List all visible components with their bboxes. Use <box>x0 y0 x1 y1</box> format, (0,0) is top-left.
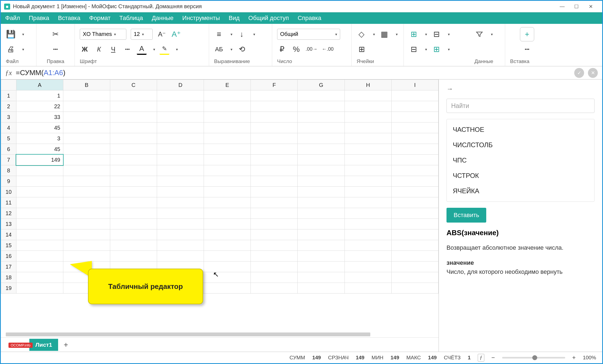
cell-D2[interactable] <box>157 101 204 112</box>
menu-format[interactable]: Формат <box>89 15 110 22</box>
highlight-button[interactable]: ✎ <box>160 44 169 55</box>
cell-A3[interactable]: 33 <box>16 112 63 123</box>
cell-G12[interactable] <box>298 208 345 219</box>
cell-H8[interactable] <box>345 165 391 176</box>
cell-I1[interactable] <box>391 90 438 101</box>
row-header-11[interactable]: 11 <box>1 197 16 208</box>
function-item[interactable]: ЧАСТНОЕ <box>447 122 594 137</box>
filter-button[interactable] <box>474 29 484 40</box>
cell-E9[interactable] <box>204 176 251 187</box>
col-header-E[interactable]: E <box>204 80 251 90</box>
currency-button[interactable]: ₽ <box>277 44 287 55</box>
cell-C10[interactable] <box>110 187 157 197</box>
more-insert-button[interactable]: ••• <box>522 44 532 55</box>
cell-E2[interactable] <box>204 101 251 112</box>
cell-G1[interactable] <box>298 90 345 101</box>
row-header-7[interactable]: 7 <box>1 155 16 165</box>
row-header-6[interactable]: 6 <box>1 144 16 155</box>
row-header-2[interactable]: 2 <box>1 101 16 112</box>
cell-I14[interactable] <box>391 229 438 240</box>
cell-E6[interactable] <box>204 144 251 155</box>
cell-G9[interactable] <box>298 176 345 187</box>
cell-D6[interactable] <box>157 144 204 155</box>
cell-B9[interactable] <box>63 176 110 187</box>
cell-D12[interactable] <box>157 208 204 219</box>
cell-H4[interactable] <box>345 123 391 133</box>
cell-I12[interactable] <box>391 208 438 219</box>
cell-B13[interactable] <box>63 219 110 229</box>
chevron-down-icon[interactable]: ▾ <box>22 32 24 36</box>
dec-increase-button[interactable]: ←.00 <box>322 44 334 55</box>
cell-B7[interactable] <box>63 155 110 165</box>
menu-view[interactable]: Вид <box>229 15 240 22</box>
cell-A6[interactable]: 45 <box>16 144 63 155</box>
function-item[interactable]: ЯЧЕЙКА <box>447 183 594 199</box>
cell-A2[interactable]: 22 <box>16 101 63 112</box>
cell-H2[interactable] <box>345 101 391 112</box>
cell-F17[interactable] <box>251 261 298 272</box>
cell-B10[interactable] <box>63 187 110 197</box>
cell-B3[interactable] <box>63 112 110 123</box>
cell-F13[interactable] <box>251 219 298 229</box>
cell-H6[interactable] <box>345 144 391 155</box>
row-header-3[interactable]: 3 <box>1 112 16 123</box>
italic-button[interactable]: К <box>94 44 104 55</box>
fx-badge[interactable]: ƒ <box>478 354 484 362</box>
cell-I15[interactable] <box>391 240 438 251</box>
cell-E17[interactable] <box>204 261 251 272</box>
cell-D9[interactable] <box>157 176 204 187</box>
cell-A14[interactable] <box>16 229 63 240</box>
cell-F15[interactable] <box>251 240 298 251</box>
cell-C4[interactable] <box>110 123 157 133</box>
formula-accept-button[interactable]: ✓ <box>574 68 584 78</box>
print-button[interactable]: 🖨 <box>6 44 16 55</box>
cell-E14[interactable] <box>204 229 251 240</box>
menu-help[interactable]: Справка <box>298 15 321 22</box>
cell-F12[interactable] <box>251 208 298 219</box>
underline-button[interactable]: Ч <box>108 44 118 55</box>
cell-F4[interactable] <box>251 123 298 133</box>
cell-H9[interactable] <box>345 176 391 187</box>
zoom-out-button[interactable]: − <box>491 354 495 361</box>
cell-C2[interactable] <box>110 101 157 112</box>
cell-E1[interactable] <box>204 90 251 101</box>
rotate-button[interactable]: ⟲ <box>237 44 247 55</box>
cell-I10[interactable] <box>391 187 438 197</box>
cell-I5[interactable] <box>391 133 438 144</box>
cell-E16[interactable] <box>204 251 251 261</box>
dec-decrease-button[interactable]: .00→ <box>306 44 317 55</box>
cell-F8[interactable] <box>251 165 298 176</box>
cell-A11[interactable] <box>16 197 63 208</box>
cell-I2[interactable] <box>391 101 438 112</box>
col-header-B[interactable]: B <box>63 80 110 90</box>
cell-B15[interactable] <box>63 240 110 251</box>
cell-E4[interactable] <box>204 123 251 133</box>
cell-F9[interactable] <box>251 176 298 187</box>
cell-A15[interactable] <box>16 240 63 251</box>
collapse-panel-button[interactable]: → <box>446 85 595 93</box>
cell-G14[interactable] <box>298 229 345 240</box>
spreadsheet-grid[interactable]: ABCDEFGHI1122233344553645714989101112131… <box>1 79 439 294</box>
cell-G16[interactable] <box>298 251 345 261</box>
number-format-combo[interactable]: Общий▾ <box>277 29 340 40</box>
cell-A13[interactable] <box>16 219 63 229</box>
cell-H18[interactable] <box>345 272 391 283</box>
col-width-button[interactable]: ⊞ <box>431 44 441 55</box>
col-header-I[interactable]: I <box>391 80 438 90</box>
more-edit-button[interactable]: ••• <box>51 44 61 55</box>
fill-color-button[interactable]: ◇ <box>357 29 366 40</box>
delete-cells-button[interactable]: ⊟ <box>431 29 441 40</box>
col-header-D[interactable]: D <box>157 80 204 90</box>
row-header-10[interactable]: 10 <box>1 187 16 197</box>
cell-G2[interactable] <box>298 101 345 112</box>
menu-table[interactable]: Таблица <box>119 15 143 22</box>
col-header-C[interactable]: C <box>110 80 157 90</box>
font-decrease-button[interactable]: A⁻ <box>157 29 167 40</box>
menu-share[interactable]: Общий доступ <box>248 15 289 22</box>
font-name-combo[interactable]: XO Thames▾ <box>80 29 126 40</box>
row-header-15[interactable]: 15 <box>1 240 16 251</box>
cell-E13[interactable] <box>204 219 251 229</box>
cell-F10[interactable] <box>251 187 298 197</box>
menu-tools[interactable]: Инструменты <box>182 15 220 22</box>
cell-D14[interactable] <box>157 229 204 240</box>
